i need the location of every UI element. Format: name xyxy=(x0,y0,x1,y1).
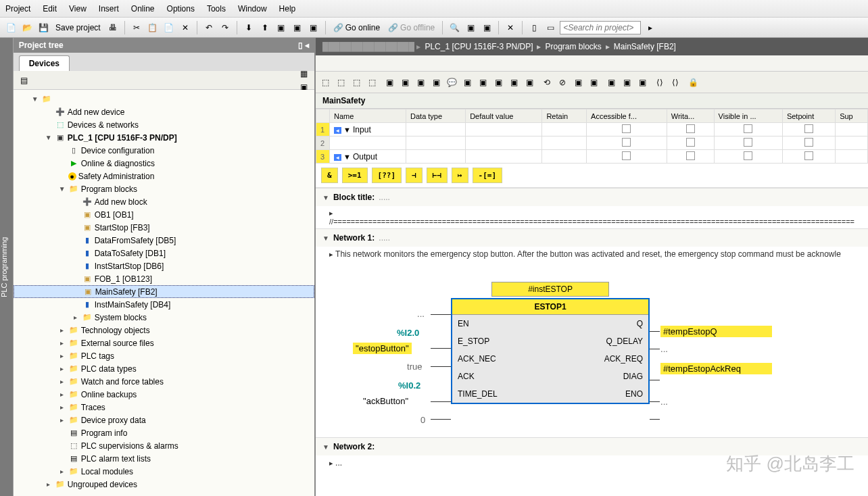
sig-ackreq[interactable]: #tempEstopAckReq xyxy=(660,363,772,374)
sig-q[interactable]: #tempEstopQ xyxy=(660,326,772,337)
sim-icon[interactable]: ▣ xyxy=(291,21,304,34)
ed-icon[interactable]: ⟨⟩ xyxy=(653,76,667,89)
ed-icon[interactable]: 🔒 xyxy=(686,76,700,89)
new-icon[interactable]: 📄 xyxy=(4,21,18,34)
tree-item[interactable]: ▸📁Device proxy data xyxy=(14,414,314,426)
tree-item[interactable]: ⬚Devices & networks xyxy=(14,118,314,131)
tree-item[interactable]: ▶Online & diagnostics xyxy=(14,157,314,170)
ed-icon[interactable]: ▣ xyxy=(414,76,427,89)
col-header[interactable]: Default value xyxy=(466,109,542,123)
ed-icon[interactable]: ▣ xyxy=(476,76,489,89)
tree-item[interactable]: ▸📁Ungrouped devices xyxy=(14,478,314,491)
tree-item[interactable]: ▸📁Watch and force tables xyxy=(14,375,314,388)
menu-tools[interactable]: Tools xyxy=(207,4,226,14)
ladder-tool[interactable]: >=1 xyxy=(342,168,368,183)
tree-item[interactable]: ▸📁System blocks xyxy=(14,311,314,324)
tree-item[interactable]: ▼▣PLC_1 [CPU 1516F-3 PN/DP] xyxy=(14,131,314,144)
tree-item[interactable]: ▣StartStop [FB3] xyxy=(14,221,314,234)
tree-item[interactable]: ▸📁Online backups xyxy=(14,388,314,401)
ed-icon[interactable]: ▣ xyxy=(523,76,536,89)
search-tool-icon[interactable]: 🔍 xyxy=(448,21,461,34)
cut-icon[interactable]: ✂ xyxy=(130,21,143,34)
menu-project[interactable]: Project xyxy=(5,4,30,14)
side-tab-plc[interactable]: PLC programming xyxy=(0,38,14,496)
tag-icon[interactable]: ▣ xyxy=(480,21,493,34)
save-icon[interactable]: 💾 xyxy=(37,21,50,34)
ladder-tool[interactable]: & xyxy=(321,168,338,183)
tree-item[interactable]: ➕Add new device xyxy=(14,105,314,118)
menu-help[interactable]: Help xyxy=(279,4,296,14)
tree-item[interactable]: ▯Device configuration xyxy=(14,144,314,157)
ed-icon[interactable]: ▣ xyxy=(604,76,618,89)
ed-icon[interactable]: ⟨⟩ xyxy=(669,76,682,89)
search-input[interactable] xyxy=(560,21,641,34)
col-header[interactable]: Name xyxy=(330,109,406,123)
col-header[interactable] xyxy=(316,109,330,123)
block-title-row[interactable]: ▼ Block title: ..... xyxy=(316,188,868,206)
ladder-tool[interactable]: [??] xyxy=(372,168,402,183)
col-header[interactable]: Visible in ... xyxy=(714,109,782,123)
paste-icon[interactable]: 📄 xyxy=(162,21,176,34)
tree-item[interactable]: ▮DataFromSafety [DB5] xyxy=(14,234,314,247)
ed-icon[interactable]: ⬚ xyxy=(334,76,347,89)
menu-view[interactable]: View xyxy=(69,4,87,14)
var-row[interactable]: 2 xyxy=(316,137,868,150)
tree-view1-icon[interactable]: ▦ xyxy=(297,67,310,80)
ed-icon[interactable]: ▣ xyxy=(571,76,585,89)
ed-icon[interactable]: ⟲ xyxy=(540,76,554,89)
tree-item[interactable]: ▣MainSafety [FB2] xyxy=(14,285,314,298)
breadcrumb-block[interactable]: MainSafety [FB2] xyxy=(614,42,676,51)
ed-icon[interactable]: ⊘ xyxy=(556,76,569,89)
close-icon[interactable]: ✕ xyxy=(504,21,517,34)
hmi-icon[interactable]: ▣ xyxy=(307,21,320,34)
col-header[interactable]: Writa... xyxy=(667,109,714,123)
ed-icon[interactable]: ⬚ xyxy=(349,76,363,89)
tree-item[interactable]: ▣OB1 [OB1] xyxy=(14,208,314,221)
ladder-tool[interactable]: ↦ xyxy=(452,168,468,183)
menu-options[interactable]: Options xyxy=(167,4,195,14)
tab-devices[interactable]: Devices xyxy=(19,55,70,71)
menu-window[interactable]: Window xyxy=(238,4,267,14)
ed-icon[interactable]: ▣ xyxy=(587,76,600,89)
tree-item[interactable]: ▸📁Technology objects xyxy=(14,324,314,337)
open-icon[interactable]: 📂 xyxy=(20,21,34,34)
tree-item[interactable]: ▤Program info xyxy=(14,426,314,439)
undo-icon[interactable]: ↶ xyxy=(202,21,216,34)
network-1-header[interactable]: ▼ Network 1: ..... xyxy=(316,228,868,247)
download-icon[interactable]: ⬇ xyxy=(242,21,256,34)
compile-icon[interactable]: ▣ xyxy=(274,21,288,34)
ladder-tool[interactable]: ⊢⊣ xyxy=(427,168,448,183)
upload-icon[interactable]: ⬆ xyxy=(258,21,272,34)
go-offline-button[interactable]: 🔗Go offline xyxy=(385,23,437,32)
print-icon[interactable]: 🖶 xyxy=(106,21,120,34)
tree-item[interactable]: ●Safety Administration xyxy=(14,170,314,182)
tree-item[interactable]: ▮DataToSafety [DB1] xyxy=(14,247,314,259)
tree-item[interactable]: ▣FOB_1 [OB123] xyxy=(14,272,314,285)
breadcrumb-plc[interactable]: PLC_1 [CPU 1516F-3 PN/DP] xyxy=(425,42,533,51)
breadcrumb-blocks[interactable]: Program blocks xyxy=(545,42,601,51)
tree-item[interactable]: ▮InstMainSafety [DB4] xyxy=(14,298,314,311)
tree-item[interactable]: ▸📁PLC data types xyxy=(14,362,314,375)
tree-item[interactable]: ▮InstStartStop [DB6] xyxy=(14,259,314,272)
ed-icon[interactable]: ▣ xyxy=(620,76,633,89)
save-project-button[interactable]: Save project xyxy=(53,23,103,32)
ed-icon[interactable]: ⬚ xyxy=(365,76,379,89)
ed-icon[interactable]: ▣ xyxy=(429,76,443,89)
ladder-tool[interactable]: -[=] xyxy=(473,168,503,183)
tree-item[interactable]: ▸📁Traces xyxy=(14,401,314,414)
xref-icon[interactable]: ▣ xyxy=(464,21,477,34)
ladder-network-1[interactable]: #instESTOP ESTOP1 ENE_STOPACK_NECACKTIME… xyxy=(316,262,868,437)
ed-icon[interactable]: ⬚ xyxy=(318,76,332,89)
tree-item[interactable]: ▼📁 xyxy=(14,93,314,105)
go-online-button[interactable]: 🔗Go online xyxy=(331,23,383,32)
col-header[interactable]: Sup xyxy=(836,109,868,123)
ed-icon[interactable]: ▣ xyxy=(491,76,505,89)
menu-online[interactable]: Online xyxy=(131,4,155,14)
split-v-icon[interactable]: ▭ xyxy=(544,21,557,34)
panel-controls[interactable]: ▯ ◂ xyxy=(298,41,309,50)
col-header[interactable]: Data type xyxy=(406,109,466,123)
menu-edit[interactable]: Edit xyxy=(43,4,57,14)
fb-instance[interactable]: #instESTOP ESTOP1 ENE_STOPACK_NECACKTIME… xyxy=(451,282,650,404)
ed-icon[interactable]: ▣ xyxy=(507,76,521,89)
redo-icon[interactable]: ↷ xyxy=(218,21,232,34)
